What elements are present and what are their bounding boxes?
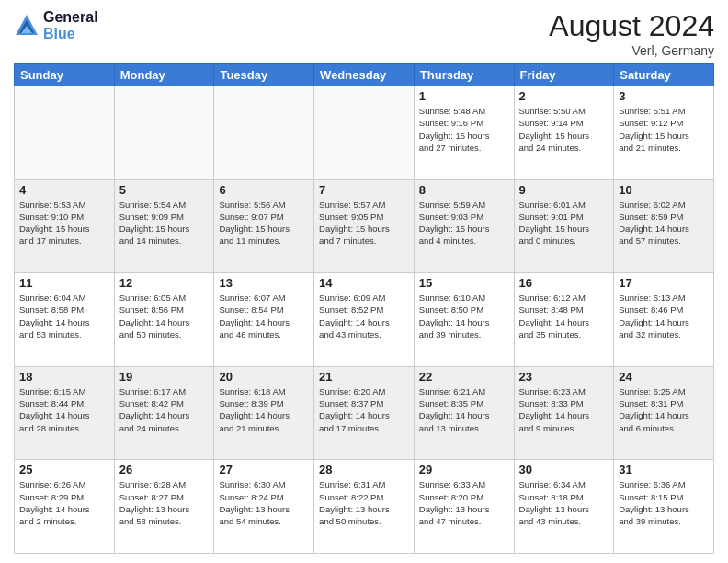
calendar-cell: 24Sunrise: 6:25 AM Sunset: 8:31 PM Dayli…	[614, 366, 714, 460]
day-info: Sunrise: 6:17 AM Sunset: 8:42 PM Dayligh…	[119, 385, 210, 434]
day-number: 4	[19, 183, 109, 197]
calendar-cell	[214, 86, 314, 180]
day-info: Sunrise: 6:26 AM Sunset: 8:29 PM Dayligh…	[19, 478, 109, 527]
calendar-cell: 31Sunrise: 6:36 AM Sunset: 8:15 PM Dayli…	[614, 460, 714, 554]
week-row-4: 18Sunrise: 6:15 AM Sunset: 8:44 PM Dayli…	[15, 366, 714, 460]
calendar-header-friday: Friday	[514, 64, 614, 86]
day-number: 16	[519, 276, 609, 290]
calendar-cell	[314, 86, 415, 180]
calendar-cell: 16Sunrise: 6:12 AM Sunset: 8:48 PM Dayli…	[514, 273, 614, 367]
calendar-cell: 3Sunrise: 5:51 AM Sunset: 9:12 PM Daylig…	[614, 86, 714, 180]
day-info: Sunrise: 5:50 AM Sunset: 9:14 PM Dayligh…	[519, 105, 609, 154]
calendar-header-row: SundayMondayTuesdayWednesdayThursdayFrid…	[15, 64, 714, 86]
calendar-cell: 13Sunrise: 6:07 AM Sunset: 8:54 PM Dayli…	[214, 273, 314, 367]
day-number: 3	[619, 89, 709, 103]
day-number: 8	[419, 183, 509, 197]
calendar-cell: 8Sunrise: 5:59 AM Sunset: 9:03 PM Daylig…	[414, 179, 514, 273]
day-info: Sunrise: 6:23 AM Sunset: 8:33 PM Dayligh…	[519, 385, 609, 434]
day-number: 29	[419, 463, 509, 477]
calendar-cell: 27Sunrise: 6:30 AM Sunset: 8:24 PM Dayli…	[214, 460, 314, 554]
day-info: Sunrise: 6:04 AM Sunset: 8:58 PM Dayligh…	[19, 292, 109, 340]
day-info: Sunrise: 6:36 AM Sunset: 8:15 PM Dayligh…	[619, 478, 709, 527]
day-number: 11	[19, 276, 109, 290]
day-number: 7	[319, 183, 409, 197]
calendar-header-monday: Monday	[114, 64, 214, 86]
month-title: August 2024	[549, 9, 714, 43]
day-info: Sunrise: 6:18 AM Sunset: 8:39 PM Dayligh…	[219, 385, 309, 434]
day-info: Sunrise: 6:30 AM Sunset: 8:24 PM Dayligh…	[219, 478, 309, 527]
day-info: Sunrise: 6:15 AM Sunset: 8:44 PM Dayligh…	[19, 385, 109, 434]
day-info: Sunrise: 5:57 AM Sunset: 9:05 PM Dayligh…	[319, 199, 409, 247]
day-info: Sunrise: 6:28 AM Sunset: 8:27 PM Dayligh…	[119, 478, 210, 527]
day-number: 21	[319, 370, 409, 384]
day-number: 19	[119, 370, 210, 384]
day-number: 23	[519, 370, 609, 384]
week-row-5: 25Sunrise: 6:26 AM Sunset: 8:29 PM Dayli…	[15, 460, 714, 554]
day-number: 28	[319, 463, 409, 477]
day-info: Sunrise: 6:10 AM Sunset: 8:50 PM Dayligh…	[419, 292, 509, 340]
day-number: 24	[619, 370, 709, 384]
day-info: Sunrise: 5:48 AM Sunset: 9:16 PM Dayligh…	[419, 105, 509, 154]
day-info: Sunrise: 6:25 AM Sunset: 8:31 PM Dayligh…	[619, 385, 709, 434]
calendar-cell: 30Sunrise: 6:34 AM Sunset: 8:18 PM Dayli…	[514, 460, 614, 554]
calendar-cell: 25Sunrise: 6:26 AM Sunset: 8:29 PM Dayli…	[15, 460, 115, 554]
day-info: Sunrise: 5:59 AM Sunset: 9:03 PM Dayligh…	[419, 199, 509, 247]
day-info: Sunrise: 6:09 AM Sunset: 8:52 PM Dayligh…	[319, 292, 409, 340]
calendar-cell: 17Sunrise: 6:13 AM Sunset: 8:46 PM Dayli…	[614, 273, 714, 367]
day-number: 26	[119, 463, 210, 477]
day-info: Sunrise: 6:31 AM Sunset: 8:22 PM Dayligh…	[319, 478, 409, 527]
calendar-cell: 5Sunrise: 5:54 AM Sunset: 9:09 PM Daylig…	[114, 179, 214, 273]
calendar-cell	[114, 86, 214, 180]
day-number: 10	[619, 183, 709, 197]
day-number: 1	[419, 89, 509, 103]
day-number: 9	[519, 183, 609, 197]
logo-icon	[14, 13, 40, 39]
day-info: Sunrise: 6:34 AM Sunset: 8:18 PM Dayligh…	[519, 478, 609, 527]
day-info: Sunrise: 6:33 AM Sunset: 8:20 PM Dayligh…	[419, 478, 509, 527]
calendar-cell	[15, 86, 115, 180]
day-info: Sunrise: 6:20 AM Sunset: 8:37 PM Dayligh…	[319, 385, 409, 434]
week-row-2: 4Sunrise: 5:53 AM Sunset: 9:10 PM Daylig…	[15, 179, 714, 273]
day-number: 31	[619, 463, 709, 477]
calendar-cell: 19Sunrise: 6:17 AM Sunset: 8:42 PM Dayli…	[114, 366, 214, 460]
day-info: Sunrise: 5:53 AM Sunset: 9:10 PM Dayligh…	[19, 199, 109, 247]
day-info: Sunrise: 6:07 AM Sunset: 8:54 PM Dayligh…	[219, 292, 309, 340]
calendar-cell: 14Sunrise: 6:09 AM Sunset: 8:52 PM Dayli…	[314, 273, 415, 367]
page: General Blue August 2024 Verl, Germany S…	[0, 0, 728, 563]
calendar: SundayMondayTuesdayWednesdayThursdayFrid…	[14, 63, 714, 554]
calendar-cell: 10Sunrise: 6:02 AM Sunset: 8:59 PM Dayli…	[614, 179, 714, 273]
calendar-header-wednesday: Wednesday	[314, 64, 415, 86]
day-number: 25	[19, 463, 109, 477]
calendar-cell: 18Sunrise: 6:15 AM Sunset: 8:44 PM Dayli…	[15, 366, 115, 460]
calendar-header-thursday: Thursday	[414, 64, 514, 86]
calendar-header-sunday: Sunday	[15, 64, 115, 86]
calendar-cell: 29Sunrise: 6:33 AM Sunset: 8:20 PM Dayli…	[414, 460, 514, 554]
day-number: 14	[319, 276, 409, 290]
day-info: Sunrise: 6:21 AM Sunset: 8:35 PM Dayligh…	[419, 385, 509, 434]
day-number: 6	[219, 183, 309, 197]
calendar-cell: 15Sunrise: 6:10 AM Sunset: 8:50 PM Dayli…	[414, 273, 514, 367]
week-row-3: 11Sunrise: 6:04 AM Sunset: 8:58 PM Dayli…	[15, 273, 714, 367]
day-number: 12	[119, 276, 210, 290]
day-number: 18	[19, 370, 109, 384]
day-number: 17	[619, 276, 709, 290]
calendar-cell: 12Sunrise: 6:05 AM Sunset: 8:56 PM Dayli…	[114, 273, 214, 367]
day-info: Sunrise: 6:12 AM Sunset: 8:48 PM Dayligh…	[519, 292, 609, 340]
calendar-cell: 4Sunrise: 5:53 AM Sunset: 9:10 PM Daylig…	[15, 179, 115, 273]
day-number: 2	[519, 89, 609, 103]
location: Verl, Germany	[549, 43, 714, 58]
title-block: August 2024 Verl, Germany	[549, 9, 714, 58]
day-info: Sunrise: 6:01 AM Sunset: 9:01 PM Dayligh…	[519, 199, 609, 247]
day-info: Sunrise: 5:56 AM Sunset: 9:07 PM Dayligh…	[219, 199, 309, 247]
day-number: 13	[219, 276, 309, 290]
calendar-cell: 28Sunrise: 6:31 AM Sunset: 8:22 PM Dayli…	[314, 460, 415, 554]
calendar-header-tuesday: Tuesday	[214, 64, 314, 86]
calendar-cell: 6Sunrise: 5:56 AM Sunset: 9:07 PM Daylig…	[214, 179, 314, 273]
day-info: Sunrise: 5:51 AM Sunset: 9:12 PM Dayligh…	[619, 105, 709, 154]
calendar-cell: 7Sunrise: 5:57 AM Sunset: 9:05 PM Daylig…	[314, 179, 415, 273]
calendar-cell: 11Sunrise: 6:04 AM Sunset: 8:58 PM Dayli…	[15, 273, 115, 367]
day-number: 5	[119, 183, 210, 197]
day-number: 30	[519, 463, 609, 477]
day-number: 20	[219, 370, 309, 384]
day-info: Sunrise: 5:54 AM Sunset: 9:09 PM Dayligh…	[119, 199, 210, 247]
